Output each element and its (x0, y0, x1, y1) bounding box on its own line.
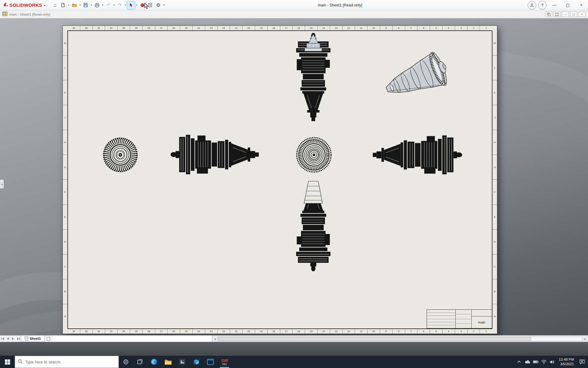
desktop-background-strip (0, 342, 588, 356)
new-dropdown-icon[interactable]: ▾ (67, 4, 70, 6)
select-tool-button[interactable] (127, 1, 135, 9)
horizontal-scrollbar[interactable]: ◂ ▸ (212, 335, 588, 342)
drawing-sheet[interactable]: 3433323130292827262524232221201918171615… (62, 25, 497, 334)
collapsed-pane-arrow[interactable]: ◂ (0, 179, 4, 189)
app-icon-window[interactable] (203, 356, 217, 368)
clock-date: 3/5/2021 (559, 362, 574, 366)
hidden-icons-chevron-icon[interactable] (515, 356, 523, 368)
add-sheet-button[interactable] (45, 335, 53, 342)
next-sheet-button[interactable] (10, 335, 16, 342)
last-sheet-button[interactable] (16, 335, 21, 342)
solidworks-app: SOLIDWORKS ▸ ⌂ ▾ ▾ ▾ ▾ ↶ ▾ ↷ ▾ (0, 0, 588, 368)
undo-button[interactable]: ↶ (104, 1, 112, 9)
title-block-name-cell: main (472, 310, 492, 328)
select-dropdown-icon[interactable]: ▾ (135, 4, 138, 6)
first-sheet-button[interactable] (0, 335, 5, 342)
redo-dropdown-icon[interactable]: ▾ (124, 4, 127, 6)
solidworks-taskbar-year: 2021 (222, 363, 227, 365)
scroll-left-icon[interactable]: ◂ (212, 337, 218, 340)
title-block[interactable]: main (427, 309, 492, 328)
close-button[interactable]: × (575, 0, 588, 10)
scrollbar-thumb[interactable] (218, 337, 531, 341)
quick-access-toolbar: ⌂ ▾ ▾ ▾ ▾ ↶ ▾ ↷ ▾ ▾ (51, 1, 166, 9)
app-icon-cube[interactable] (189, 356, 203, 368)
window-title: main - Sheet1 [Read-only] (166, 3, 527, 7)
doc-minimize-button[interactable]: — (562, 12, 569, 17)
options-dropdown-icon[interactable]: ▾ (162, 4, 166, 6)
prev-sheet-button[interactable] (5, 335, 10, 342)
title-block-table-left (427, 310, 456, 328)
zone-letters-left: MLKJHGFEDCBA (63, 31, 68, 329)
drawing-view-bottom[interactable] (294, 179, 332, 271)
title-block-table-mid (456, 310, 472, 328)
print-dropdown-icon[interactable]: ▾ (101, 4, 104, 6)
doc-tile-button[interactable] (545, 12, 552, 17)
zone-numbers-top: 3433323130292827262524232221201918171615… (68, 26, 492, 31)
menu-expand-arrow-icon[interactable]: ▸ (44, 4, 46, 7)
solidworks-logo-icon (3, 2, 9, 9)
brand-label: SOLIDWORKS (9, 2, 42, 8)
onedrive-cloud-icon[interactable] (523, 356, 532, 368)
drawing-view-side-left[interactable] (171, 133, 262, 176)
undo-dropdown-icon[interactable]: ▾ (112, 4, 116, 6)
open-dropdown-icon[interactable]: ▾ (78, 4, 82, 6)
drawing-viewport[interactable]: 3433323130292827262524232221201918171615… (0, 18, 588, 335)
windows-taskbar: SW 2021 12:48 PM 3/5/2021 (0, 356, 588, 368)
solidworks-taskbar-glyph: SW (221, 358, 228, 363)
sheet-tab-label: Sheet1 (30, 337, 41, 340)
zone-letters-right: MLKJHGFEDCBA (492, 31, 497, 329)
document-title: main - Sheet1 [Read-only] (9, 13, 50, 16)
drawing-view-front[interactable] (102, 137, 138, 173)
app-icon-solidworks[interactable]: SW 2021 (217, 356, 232, 368)
volume-icon[interactable] (548, 356, 556, 368)
drawing-doc-icon (2, 12, 7, 17)
app-icon-file-explorer[interactable] (161, 356, 175, 368)
solidworks-menu[interactable]: SOLIDWORKS ▸ (0, 2, 48, 9)
print-button[interactable] (93, 1, 101, 9)
app-icon-edge[interactable] (147, 356, 161, 368)
scroll-right-icon[interactable]: ▸ (582, 337, 588, 340)
drawing-view-rear[interactable] (295, 136, 333, 174)
app-icon-photos[interactable] (175, 356, 189, 368)
task-view-button[interactable] (133, 356, 147, 368)
help-button[interactable]: ? (538, 1, 547, 10)
window-controls: ? — ▢ × (527, 0, 588, 10)
clock-time: 12:48 PM (559, 357, 574, 362)
account-button[interactable] (528, 1, 536, 10)
maximize-button[interactable]: ▢ (561, 0, 575, 10)
wifi-icon[interactable] (540, 356, 548, 368)
zone-numbers-bottom: 3433323130292827262524232221201918171615… (68, 329, 492, 334)
search-icon (18, 359, 23, 365)
doc-restore-button[interactable]: ▢ (570, 12, 577, 17)
scrollbar-track[interactable] (218, 337, 582, 341)
save-button[interactable] (82, 1, 90, 9)
options-gear-button[interactable]: ⚙ (154, 1, 162, 9)
drawing-view-side-right[interactable] (369, 134, 462, 176)
tab-sheet1[interactable]: Sheet1 (21, 335, 45, 342)
taskbar-clock[interactable]: 12:48 PM 3/5/2021 (556, 357, 576, 366)
taskbar-search[interactable] (15, 356, 119, 368)
action-center-button[interactable] (576, 356, 588, 368)
doc-close-button[interactable]: × (578, 12, 586, 17)
home-button[interactable]: ⌂ (51, 1, 59, 9)
redo-button[interactable]: ↷ (116, 1, 124, 9)
minimize-button[interactable]: — (548, 0, 561, 10)
start-button[interactable] (0, 356, 15, 368)
sheet-icon (25, 336, 28, 341)
document-titlebar[interactable]: main - Sheet1 [Read-only] — ▢ × (0, 10, 588, 18)
open-document-button[interactable] (70, 1, 78, 9)
doc-split-button[interactable] (553, 12, 561, 17)
save-dropdown-icon[interactable]: ▾ (90, 4, 93, 6)
appearance-button[interactable] (138, 1, 146, 9)
battery-icon[interactable] (532, 356, 540, 368)
system-tray: 12:48 PM 3/5/2021 (515, 356, 588, 368)
file-properties-button[interactable] (146, 1, 154, 9)
sheet-tabbar: Sheet1 ◂ ▸ (0, 335, 588, 342)
search-input[interactable] (25, 360, 115, 364)
app-titlebar: SOLIDWORKS ▸ ⌂ ▾ ▾ ▾ ▾ ↶ ▾ ↷ ▾ (0, 0, 588, 10)
drawing-view-isometric[interactable] (379, 48, 455, 108)
cortana-button[interactable] (119, 356, 133, 368)
drawing-view-top[interactable] (294, 33, 332, 125)
new-document-button[interactable] (59, 1, 67, 9)
document-window-controls: — ▢ × (545, 12, 586, 17)
